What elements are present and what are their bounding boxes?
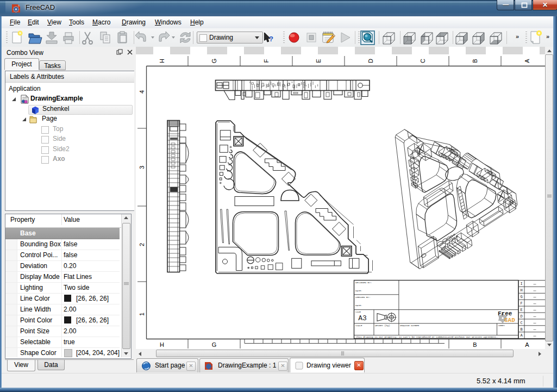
svg-text:A: A (520, 333, 523, 338)
svg-text:I: I (520, 282, 522, 286)
svg-text:H: H (159, 59, 165, 63)
svg-text:B: B (520, 327, 522, 332)
svg-text:4: 4 (139, 90, 145, 94)
svg-text:SCALE: SCALE (355, 325, 362, 327)
svg-text:E: E (520, 308, 522, 312)
svg-text:F: F (520, 301, 522, 306)
svg-text:C: C (520, 321, 522, 325)
svg-text:A: A (524, 59, 530, 63)
svg-text:SIZE: SIZE (355, 311, 361, 313)
svg-text:DESIGNED BY:: DESIGNED BY: (355, 282, 372, 284)
svg-text:DATE:: DATE: (355, 304, 362, 307)
svg-text:D: D (520, 314, 522, 319)
svg-text:CHECKED BY:: CHECKED BY: (355, 296, 371, 298)
svg-text:3: 3 (139, 166, 145, 169)
svg-text:2: 2 (139, 243, 145, 246)
svg-text:G: G (212, 341, 217, 348)
svg-text:B: B (472, 59, 478, 63)
svg-text:This drawing is our property;: This drawing is our property; it can't b… (356, 335, 498, 338)
svg-text:DATE:: DATE: (355, 290, 362, 292)
svg-text:H: H (520, 288, 522, 293)
svg-text:Free: Free (498, 310, 512, 317)
svg-text:DRAWING NUMBER: DRAWING NUMBER (400, 325, 420, 327)
svg-text:A: A (525, 341, 529, 348)
svg-text:?: ? (269, 35, 273, 43)
svg-text:G: G (211, 59, 217, 64)
svg-text:D: D (367, 59, 374, 63)
svg-text:C: C (420, 59, 426, 63)
svg-text:F: F (263, 59, 270, 63)
svg-text:H: H (160, 341, 164, 348)
svg-text:1: 1 (139, 313, 145, 316)
svg-text:SHEET: SHEET (498, 325, 505, 327)
svg-text:G: G (520, 295, 522, 299)
svg-text:WEIGHT (kg): WEIGHT (kg) (375, 325, 390, 327)
svg-text:B: B (473, 341, 477, 348)
svg-text:A3: A3 (358, 314, 367, 322)
svg-text:CAD: CAD (504, 317, 515, 323)
svg-text:E: E (315, 59, 322, 63)
